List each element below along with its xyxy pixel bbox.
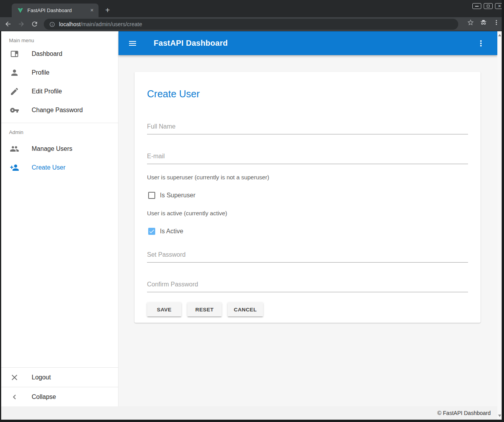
new-tab-button[interactable]: + bbox=[102, 5, 113, 15]
appbar: FastAPI Dashboard bbox=[118, 31, 497, 55]
close-x-icon bbox=[10, 373, 19, 382]
window-border bbox=[0, 420, 504, 422]
maximize-icon bbox=[487, 5, 490, 7]
checkbox-label: Is Superuser bbox=[160, 192, 196, 199]
person-icon bbox=[10, 68, 19, 77]
email-input[interactable] bbox=[147, 152, 468, 164]
sidebar-item-label: Profile bbox=[32, 69, 49, 76]
vue-favicon-icon bbox=[17, 7, 23, 14]
sidebar-item-label: Change Password bbox=[32, 107, 83, 114]
pencil-icon bbox=[10, 87, 19, 96]
create-user-card: Create User User is superuser (currently… bbox=[135, 72, 481, 323]
sidebar-item-dashboard[interactable]: Dashboard bbox=[1, 45, 118, 63]
bookmark-star-icon[interactable] bbox=[467, 19, 474, 26]
sidebar-item-label: Edit Profile bbox=[32, 88, 62, 95]
address-bar[interactable]: localhost/main/admin/users/create bbox=[44, 19, 458, 30]
sidebar-item-change-password[interactable]: Change Password bbox=[1, 101, 118, 120]
reset-button[interactable]: RESET bbox=[187, 302, 222, 316]
scrollbar-down-arrow-icon[interactable] bbox=[498, 415, 501, 417]
sidebar-item-label: Create User bbox=[32, 164, 65, 171]
window-border bbox=[502, 0, 504, 422]
tab-title: FastAPI Dashboard bbox=[27, 7, 88, 13]
page-scrollbar[interactable] bbox=[497, 31, 502, 420]
page-title: Create User bbox=[147, 88, 468, 100]
sidebar-item-logout[interactable]: Logout bbox=[1, 368, 118, 387]
sidebar-bottom: Logout Collapse bbox=[1, 367, 118, 406]
browser-tab[interactable]: FastAPI Dashboard ✕ bbox=[12, 4, 99, 17]
page-viewport: Main menu Dashboard Profile Edit Profile bbox=[1, 31, 497, 420]
sidebar: Main menu Dashboard Profile Edit Profile bbox=[1, 31, 118, 406]
info-icon bbox=[49, 21, 55, 27]
sidebar-section-admin: Admin bbox=[1, 126, 118, 139]
forward-arrow-icon bbox=[18, 20, 25, 28]
full-name-field bbox=[147, 122, 468, 134]
dashboard-icon bbox=[10, 49, 19, 59]
form-actions: SAVE RESET CANCEL bbox=[147, 302, 468, 316]
browser-window: FastAPI Dashboard ✕ + ✕ localhost/main/a… bbox=[0, 0, 504, 422]
url-host: localhost bbox=[59, 21, 81, 27]
sidebar-item-label: Dashboard bbox=[32, 50, 62, 57]
main-content: FastAPI Dashboard Create User User is su… bbox=[118, 31, 497, 406]
minimize-icon bbox=[475, 6, 479, 7]
save-button[interactable]: SAVE bbox=[147, 302, 181, 316]
confirm-password-input[interactable] bbox=[147, 280, 468, 292]
superuser-hint: User is superuser (currently is not a su… bbox=[147, 173, 468, 181]
toolbar-right-icons bbox=[467, 19, 500, 26]
confirm-password-field bbox=[147, 280, 468, 292]
set-password-field bbox=[147, 250, 468, 263]
scrollbar-up-arrow-icon[interactable] bbox=[498, 34, 501, 36]
browser-titlebar: FastAPI Dashboard ✕ + ✕ bbox=[0, 0, 504, 17]
reload-button[interactable] bbox=[29, 19, 40, 30]
browser-toolbar: localhost/main/admin/users/create bbox=[0, 17, 504, 31]
key-icon bbox=[10, 106, 19, 115]
chevron-left-icon bbox=[10, 392, 19, 402]
url-path: /main/admin/users/create bbox=[81, 21, 142, 27]
active-hint: User is active (currently active) bbox=[147, 209, 468, 217]
browser-menu-kebab-icon[interactable] bbox=[493, 19, 500, 26]
checkbox-checked-icon bbox=[148, 228, 155, 235]
full-name-input[interactable] bbox=[147, 122, 468, 134]
set-password-input[interactable] bbox=[147, 250, 468, 263]
sidebar-item-label: Manage Users bbox=[32, 145, 72, 152]
sidebar-item-manage-users[interactable]: Manage Users bbox=[1, 139, 118, 158]
footer-copyright: © FastAPI Dashboard bbox=[438, 410, 491, 416]
people-icon bbox=[10, 144, 19, 154]
appbar-title: FastAPI Dashboard bbox=[154, 39, 228, 48]
is-active-checkbox[interactable]: Is Active bbox=[147, 227, 468, 236]
incognito-icon bbox=[480, 19, 487, 26]
sidebar-item-edit-profile[interactable]: Edit Profile bbox=[1, 82, 118, 101]
sidebar-section-main-menu: Main menu bbox=[1, 31, 118, 45]
person-add-icon bbox=[10, 163, 19, 172]
sidebar-divider bbox=[1, 123, 118, 123]
checkbox-unchecked-icon bbox=[148, 192, 155, 199]
sidebar-item-profile[interactable]: Profile bbox=[1, 63, 118, 82]
appbar-kebab-icon[interactable] bbox=[476, 39, 486, 48]
checkbox-label: Is Active bbox=[160, 228, 183, 235]
reload-icon bbox=[31, 20, 38, 28]
back-arrow-icon bbox=[4, 20, 12, 28]
forward-button[interactable] bbox=[16, 19, 27, 30]
back-button[interactable] bbox=[2, 19, 13, 30]
sidebar-item-collapse[interactable]: Collapse bbox=[1, 387, 118, 406]
tab-close-icon[interactable]: ✕ bbox=[88, 7, 95, 14]
sidebar-item-label: Collapse bbox=[32, 393, 56, 401]
window-controls: ✕ bbox=[472, 3, 504, 9]
cancel-button[interactable]: CANCEL bbox=[228, 302, 263, 316]
close-icon: ✕ bbox=[498, 4, 501, 8]
hamburger-menu-icon[interactable] bbox=[128, 39, 137, 48]
email-field bbox=[147, 152, 468, 164]
minimize-button[interactable] bbox=[472, 3, 481, 9]
sidebar-item-label: Logout bbox=[32, 374, 51, 381]
sidebar-item-create-user[interactable]: Create User bbox=[1, 158, 118, 177]
maximize-button[interactable] bbox=[484, 3, 493, 9]
page-footer: © FastAPI Dashboard bbox=[1, 406, 497, 420]
is-superuser-checkbox[interactable]: Is Superuser bbox=[147, 191, 468, 200]
